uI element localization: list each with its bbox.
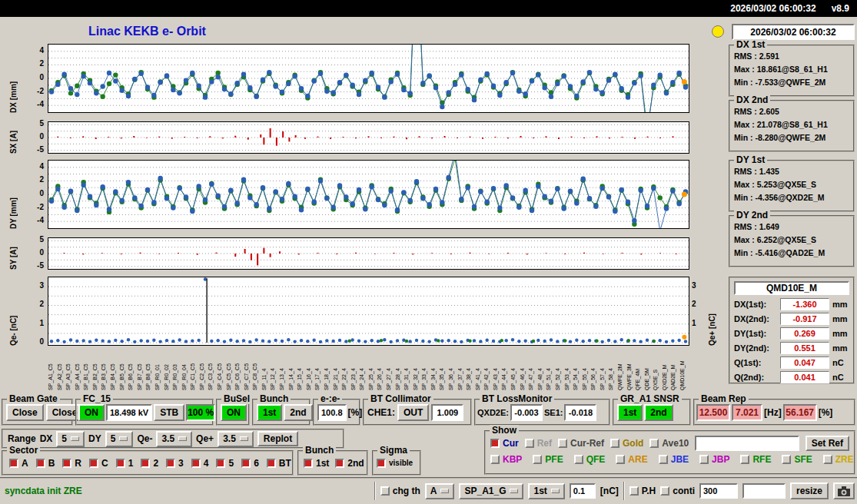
resize-button[interactable]: resize bbox=[790, 482, 829, 499]
range-qep-dropdown[interactable]: 3.5 bbox=[218, 431, 254, 447]
sector-checkbox-2[interactable]: 2 bbox=[141, 458, 158, 469]
fc15-on-button[interactable]: ON bbox=[78, 404, 105, 421]
show-group: Show Cur Ref Cur-Ref Gold Ave10 Set Ref … bbox=[484, 430, 855, 475]
chg-th-checkbox[interactable]: chg th bbox=[380, 486, 420, 496]
xaxis-label: SP_15_4 bbox=[297, 347, 306, 390]
group-dropdown[interactable]: SP_A1_G bbox=[459, 483, 523, 499]
y-tick-label: 1 bbox=[692, 319, 696, 327]
sector-checkbox-4[interactable]: 4 bbox=[191, 458, 209, 469]
sector-checkbox-r[interactable]: R bbox=[62, 458, 81, 469]
threshold-input[interactable] bbox=[570, 483, 596, 499]
bunch-dropdown[interactable]: 1st bbox=[528, 483, 564, 499]
xaxis-label: SP_B5_C5 bbox=[119, 347, 128, 390]
xaxis-label: SP_37_4 bbox=[457, 347, 467, 390]
sector-checkbox-6[interactable]: 6 bbox=[241, 458, 259, 469]
bunch-2nd-checkbox[interactable]: 2nd bbox=[335, 458, 364, 469]
dropdown-indicator-icon bbox=[71, 436, 79, 441]
xaxis-label: QFE_4M bbox=[635, 347, 644, 390]
data-timestamp: 2026/03/02 06:00:32 bbox=[732, 24, 855, 40]
monitor-readout-box: QMD10E_M DX(1st): -1.360 mm DX(2nd): -0.… bbox=[729, 277, 855, 384]
version-label: v8.9 bbox=[832, 3, 849, 14]
gr-a1-1st-button[interactable]: 1st bbox=[617, 404, 643, 421]
show-cur-ref-checkbox[interactable]: Cur-Ref bbox=[558, 438, 604, 449]
sector-checkbox-bt[interactable]: BT bbox=[267, 458, 291, 469]
y-tick-label: 0 bbox=[39, 337, 44, 346]
fc15-kv-readout: 18.498 kV bbox=[106, 404, 152, 421]
show-sfe-checkbox[interactable]: SFE bbox=[782, 454, 812, 465]
checkbox-indicator bbox=[649, 439, 659, 448]
beam-gate-close-button-1[interactable]: Close bbox=[6, 404, 44, 421]
checkbox-label: 6 bbox=[254, 458, 259, 469]
replot-button[interactable]: Replot bbox=[257, 431, 298, 446]
sector-checkbox-3[interactable]: 3 bbox=[166, 458, 184, 469]
max-line: Max : 18.861@S8_61_H1 bbox=[734, 63, 849, 76]
bunch-display-group: Bunch 1st 2nd bbox=[297, 450, 368, 476]
show-cur-checkbox[interactable]: Cur bbox=[490, 438, 519, 449]
sector-checkbox-a[interactable]: A bbox=[9, 458, 28, 469]
show-kbp-checkbox[interactable]: KBP bbox=[490, 454, 522, 465]
monitor-row-unit: mm bbox=[832, 343, 849, 353]
busel-group: BuSel ON bbox=[216, 399, 250, 426]
checkbox-label: PFE bbox=[545, 454, 563, 465]
sector-checkbox-1[interactable]: 1 bbox=[116, 458, 134, 469]
checkbox-label: 3 bbox=[178, 458, 184, 469]
bunch-1st-button[interactable]: 1st bbox=[257, 404, 282, 421]
min-line: Min : -5.416@QAD2E_M bbox=[734, 247, 849, 260]
dropdown-indicator-icon bbox=[178, 436, 187, 441]
ref-file-input[interactable] bbox=[695, 436, 799, 451]
fc15-stb-button[interactable]: STB bbox=[154, 404, 184, 421]
show-qfe-checkbox[interactable]: QFE bbox=[574, 454, 606, 465]
show-are-checkbox[interactable]: ARE bbox=[616, 454, 647, 465]
busel-on-button[interactable]: ON bbox=[221, 404, 247, 421]
monitor-row-unit: mm bbox=[832, 329, 849, 338]
xaxis-label: SP_18_4 bbox=[324, 347, 333, 390]
sigma-visible-checkbox[interactable]: visible bbox=[377, 459, 413, 468]
checkbox-label: 2 bbox=[153, 458, 158, 469]
group-label: e-:e- bbox=[318, 393, 342, 404]
xaxis-label: SP_B6_C5 bbox=[128, 347, 137, 390]
monitor-row-unit: mm bbox=[832, 300, 849, 309]
range-qem-dropdown[interactable]: 3.5 bbox=[156, 431, 192, 447]
count-input[interactable] bbox=[699, 483, 738, 499]
set-ref-button[interactable]: Set Ref bbox=[806, 436, 849, 451]
y-tick-label: 0 bbox=[39, 132, 44, 141]
range-dy-dropdown[interactable]: 5 bbox=[105, 431, 134, 447]
checkbox-label: P.H bbox=[642, 486, 656, 496]
show-rfe-checkbox[interactable]: RFE bbox=[740, 454, 771, 465]
mode-dropdown[interactable]: A bbox=[425, 483, 455, 499]
monitor-row: Q(2nd): 0.041 nC bbox=[730, 370, 853, 384]
show-jbe-checkbox[interactable]: JBE bbox=[659, 454, 689, 465]
bunch-1st-checkbox[interactable]: 1st bbox=[304, 458, 329, 469]
xaxis-label: SP_B3_C5 bbox=[101, 347, 110, 390]
monitor-row-value: 0.551 bbox=[780, 342, 829, 354]
show-ref-checkbox[interactable]: Ref bbox=[525, 438, 552, 449]
screenshot-button[interactable] bbox=[833, 482, 855, 499]
bunch-2nd-button[interactable]: 2nd bbox=[284, 404, 312, 421]
sector-checkbox-c[interactable]: C bbox=[89, 458, 108, 469]
checkbox-label: 1 bbox=[128, 458, 134, 469]
gr-a1-2nd-button[interactable]: 2nd bbox=[644, 404, 673, 421]
show-gold-checkbox[interactable]: Gold bbox=[610, 438, 643, 449]
show-ave10-checkbox[interactable]: Ave10 bbox=[649, 438, 689, 449]
beam-rep-readout-3: 56.167 bbox=[783, 404, 817, 421]
show-jbp-checkbox[interactable]: JBP bbox=[699, 454, 729, 465]
checkbox-label: SFE bbox=[794, 454, 812, 465]
sector-checkbox-b[interactable]: B bbox=[36, 458, 55, 469]
range-dx-dropdown[interactable]: 5 bbox=[56, 431, 85, 447]
show-pfe-checkbox[interactable]: PFE bbox=[533, 454, 563, 465]
show-zre-checkbox[interactable]: ZRE bbox=[823, 454, 854, 465]
separator bbox=[623, 482, 625, 500]
range-label: Range bbox=[8, 433, 36, 444]
xaxis-label: QWFE_3M bbox=[626, 347, 636, 390]
monitor-row-value: -1.360 bbox=[780, 298, 829, 310]
aux-input[interactable] bbox=[742, 483, 786, 499]
che1-out-button[interactable]: OUT bbox=[397, 404, 429, 421]
dropdown-indicator-icon bbox=[551, 489, 560, 493]
ph-checkbox[interactable]: P.H bbox=[629, 486, 656, 496]
checkbox-label: A bbox=[22, 458, 28, 469]
checkbox-indicator bbox=[699, 455, 709, 464]
checkbox-label: JBE bbox=[671, 454, 689, 465]
conti-checkbox[interactable]: conti bbox=[660, 486, 695, 496]
xaxis-label: SP_C1_C5 bbox=[190, 347, 199, 390]
sector-checkbox-5[interactable]: 5 bbox=[216, 458, 234, 469]
